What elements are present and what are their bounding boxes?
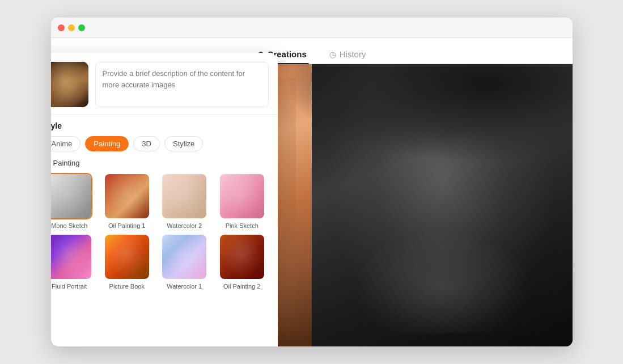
face-sil xyxy=(51,174,92,218)
style-tab-anime[interactable]: Anime xyxy=(51,136,81,151)
style-name-watercolor-1: Watercolor 1 xyxy=(167,283,202,290)
face-sil xyxy=(51,235,92,279)
fluid-portrait-bg xyxy=(51,235,92,279)
watercolor-2-bg xyxy=(162,174,206,218)
style-name-watercolor-2: Watercolor 2 xyxy=(167,222,202,229)
style-tab-painting[interactable]: Painting xyxy=(85,136,129,151)
style-tab-3d[interactable]: 3D xyxy=(133,136,160,151)
mono-sketch-bg xyxy=(51,174,92,218)
style-thumb-watercolor-1 xyxy=(161,234,207,280)
hair-detail xyxy=(286,64,573,163)
style-section: Style Anime Painting 3D Stylize ✦ Painti… xyxy=(51,115,278,294)
browser-window: ⊙ Creations ◷ History xyxy=(51,18,573,346)
face-sil xyxy=(105,174,149,218)
painting-header: ✦ Painting xyxy=(51,158,269,167)
history-icon: ◷ xyxy=(329,50,336,59)
tab-history[interactable]: ◷ History xyxy=(327,45,368,64)
face-sil xyxy=(220,174,264,218)
style-name-pink-sketch: Pink Sketch xyxy=(226,222,258,229)
painting-header-label: Painting xyxy=(53,159,80,167)
style-thumb-mono-sketch xyxy=(51,173,93,219)
style-thumb-oil-painting-1 xyxy=(104,173,150,219)
style-label: Style xyxy=(51,121,269,130)
face-sil xyxy=(105,235,149,279)
browser-titlebar xyxy=(51,18,573,38)
face-sil xyxy=(162,174,206,218)
style-thumb-pink-sketch xyxy=(219,173,265,219)
description-input[interactable] xyxy=(95,62,269,107)
face-sil xyxy=(220,235,264,279)
input-area xyxy=(51,53,278,115)
style-item-oil-painting-2[interactable]: Oil Painting 2 xyxy=(215,234,269,290)
style-item-watercolor-2[interactable]: Watercolor 2 xyxy=(158,173,211,229)
style-thumb-picture-book xyxy=(104,234,150,280)
maximize-button[interactable] xyxy=(78,24,85,31)
traffic-lights xyxy=(58,24,85,31)
style-tab-stylize[interactable]: Stylize xyxy=(164,136,203,151)
watercolor-1-bg xyxy=(162,235,206,279)
style-name-fluid-portrait: Fluid Portrait xyxy=(52,283,87,290)
panel-overlay: Style Anime Painting 3D Stylize ✦ Painti… xyxy=(51,53,278,346)
style-name-oil-painting-2: Oil Painting 2 xyxy=(223,283,260,290)
style-item-picture-book[interactable]: Picture Book xyxy=(100,234,154,290)
style-item-fluid-portrait[interactable]: Fluid Portrait xyxy=(51,234,96,290)
close-button[interactable] xyxy=(58,24,65,31)
style-thumb-watercolor-2 xyxy=(161,173,207,219)
hand-detail xyxy=(338,219,546,333)
style-tabs: Anime Painting 3D Stylize xyxy=(51,136,269,151)
oil-painting-1-bg xyxy=(105,174,149,218)
style-thumb-oil-painting-2 xyxy=(219,234,265,280)
tab-history-label: History xyxy=(340,49,366,59)
style-thumb-fluid-portrait xyxy=(51,234,93,280)
pink-sketch-bg xyxy=(220,174,264,218)
style-item-mono-sketch[interactable]: Mono Sketch xyxy=(51,173,96,229)
style-item-oil-painting-1[interactable]: Oil Painting 1 xyxy=(100,173,154,229)
avatar-face xyxy=(51,62,88,107)
style-item-watercolor-1[interactable]: Watercolor 1 xyxy=(158,234,211,290)
picture-book-bg xyxy=(105,235,149,279)
main-content: Style Anime Painting 3D Stylize ✦ Painti… xyxy=(51,64,573,346)
style-item-pink-sketch[interactable]: Pink Sketch xyxy=(215,173,269,229)
style-name-oil-painting-1: Oil Painting 1 xyxy=(108,222,145,229)
face-sil xyxy=(162,235,206,279)
minimize-button[interactable] xyxy=(68,24,75,31)
avatar-thumbnail xyxy=(51,62,88,107)
style-name-picture-book: Picture Book xyxy=(109,283,145,290)
style-name-mono-sketch: Mono Sketch xyxy=(51,222,87,229)
style-grid: Mono Sketch Oil Painting 1 xyxy=(51,173,269,290)
oil-painting-2-bg xyxy=(220,235,264,279)
